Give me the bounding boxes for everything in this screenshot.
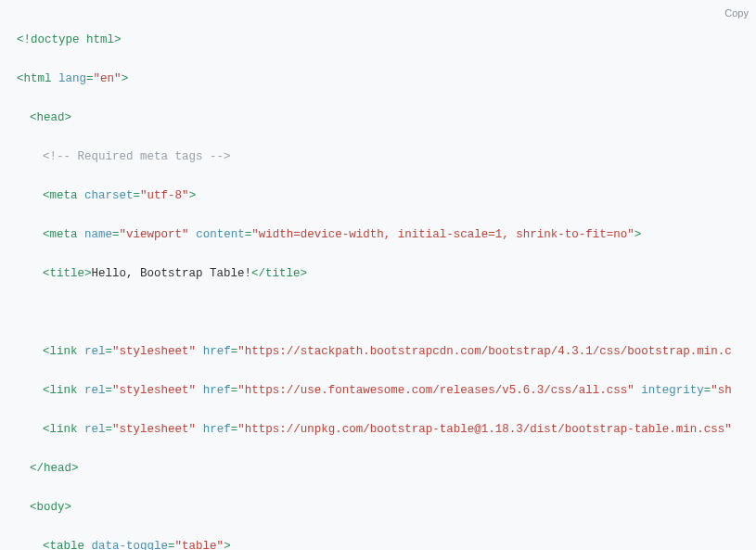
code-line: <meta name="viewport" content="width=dev… — [17, 225, 756, 245]
code-line: <link rel="stylesheet" href="https://unp… — [17, 420, 756, 440]
code-line: <html lang="en"> — [17, 70, 756, 89]
copy-button[interactable]: Copy — [721, 2, 752, 25]
code-block: <!doctype html> <html lang="en"> <head> … — [17, 11, 756, 550]
code-line: <link rel="stylesheet" href="https://use… — [17, 381, 756, 401]
blank-line — [17, 303, 756, 323]
code-line: <head> — [17, 109, 756, 128]
code-line: <link rel="stylesheet" href="https://sta… — [17, 342, 756, 362]
code-line: </head> — [17, 459, 756, 479]
code-line: <body> — [17, 498, 756, 518]
code-line: <table data-toggle="table"> — [17, 537, 756, 550]
doctype: <!doctype html> — [17, 33, 122, 46]
code-line: <!-- Required meta tags --> — [17, 147, 756, 167]
code-line: <title>Hello, Bootstrap Table!</title> — [17, 264, 756, 284]
code-line: <!doctype html> — [17, 31, 756, 50]
code-line: <meta charset="utf-8"> — [17, 186, 756, 206]
